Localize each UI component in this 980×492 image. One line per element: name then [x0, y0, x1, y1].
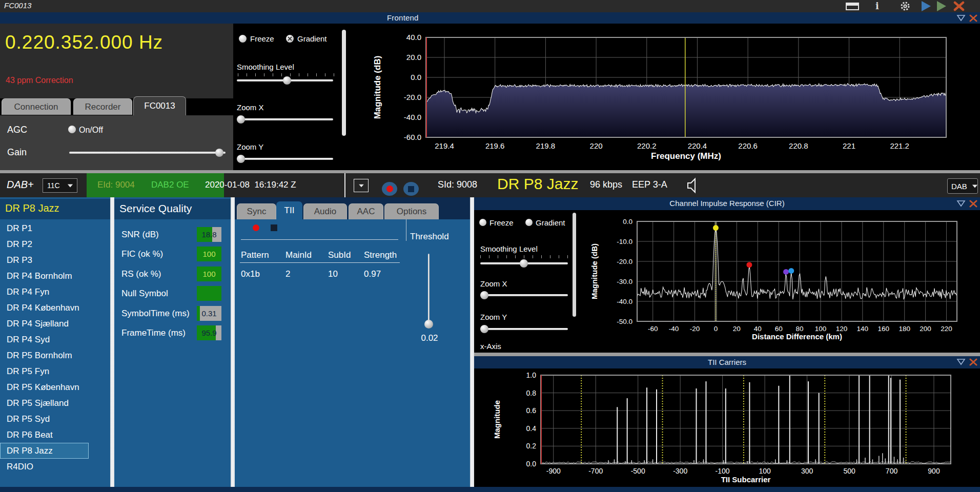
service-list-scrollbar[interactable]: [110, 197, 114, 488]
cir-smoothing-thumb[interactable]: [520, 259, 528, 268]
ensemble-id: EId: 9004: [97, 180, 135, 190]
stop-button[interactable]: [403, 182, 419, 196]
service-item-dr-p4-københavn[interactable]: DR P4 København: [0, 300, 110, 316]
decoder-tab-sync[interactable]: Sync: [237, 203, 276, 219]
tii-record-indicator[interactable]: [253, 224, 259, 231]
svg-text:60: 60: [775, 325, 783, 333]
quality-row: Null Symbol: [114, 284, 231, 304]
service-item-dr-p6-beat[interactable]: DR P6 Beat: [0, 427, 110, 443]
threshold-slider-track[interactable]: [428, 254, 430, 323]
service-item-dr-p8-jazz[interactable]: DR P8 Jazz: [0, 443, 89, 459]
quality-label: Null Symbol: [121, 289, 168, 299]
window-layout-icon[interactable]: [846, 3, 859, 10]
gain-slider-track[interactable]: [69, 152, 226, 154]
spectrum-zoomx-thumb[interactable]: [237, 115, 245, 124]
spectrum-smoothing-label: Smoothing Level: [237, 63, 294, 71]
speaker-mute-icon[interactable]: [686, 177, 701, 194]
channel-dropdown[interactable]: 11C: [43, 178, 77, 193]
service-list-header: DR P8 Jazz: [0, 199, 110, 219]
info-icon[interactable]: i: [875, 1, 879, 11]
cir-zoomy-track[interactable]: [480, 328, 568, 330]
decoder-tab-options[interactable]: Options: [384, 203, 439, 219]
frontend-tab-fc0013[interactable]: FC0013: [133, 96, 186, 115]
spectrum-zoomx-track[interactable]: [237, 118, 333, 120]
svg-text:900: 900: [928, 467, 940, 475]
quality-value-badge: 100: [197, 266, 221, 281]
spectrum-zoomy-thumb[interactable]: [237, 155, 245, 163]
cir-zoomx-track[interactable]: [480, 294, 568, 296]
service-item-dr-p4-sjælland[interactable]: DR P4 Sjælland: [0, 316, 110, 332]
record-options-caret-icon: [359, 184, 364, 187]
agc-radio[interactable]: [68, 126, 76, 133]
spectrum-freeze-radio[interactable]: [239, 35, 247, 43]
frontend-spectrum-chart[interactable]: 219.4219.6219.8220220.2220.4220.6220.822…: [349, 24, 980, 170]
service-item-dr-p5-fyn[interactable]: DR P5 Fyn: [0, 363, 110, 379]
spectrum-smoothing-thumb[interactable]: [283, 76, 291, 85]
service-item-dr-p5-sjælland[interactable]: DR P5 Sjælland: [0, 395, 110, 411]
cir-horizontal-scrollbar[interactable]: [474, 353, 980, 356]
output-mode-dropdown[interactable]: DAB: [947, 178, 978, 194]
record-options-dropdown[interactable]: [354, 179, 369, 192]
svg-text:-500: -500: [631, 467, 645, 475]
decoder-tab-aac[interactable]: AAC: [349, 203, 383, 219]
play-secondary-button[interactable]: [937, 1, 946, 11]
cir-collapse-icon[interactable]: [956, 200, 966, 208]
play-button[interactable]: [922, 1, 931, 11]
record-button[interactable]: [382, 182, 397, 196]
cir-controls-scrollbar[interactable]: [573, 213, 576, 317]
decoder-tab-audio[interactable]: Audio: [303, 203, 347, 219]
tii-carriers-collapse-icon[interactable]: [956, 358, 966, 366]
service-item-dr-p1[interactable]: DR P1: [0, 220, 110, 236]
threshold-slider-thumb[interactable]: [424, 320, 433, 329]
quality-label: FIC (ok %): [121, 249, 163, 259]
frontend-tab-connection[interactable]: Connection: [2, 98, 71, 115]
service-item-dr-p5-bornholm[interactable]: DR P5 Bornholm: [0, 347, 110, 363]
ensemble-name: DAB2 OE: [151, 180, 189, 190]
svg-text:219.6: 219.6: [485, 141, 505, 150]
tii-cell[interactable]: 0x1b: [241, 269, 260, 279]
service-protection: EEP 3-A: [632, 179, 667, 190]
decoder-tab-tii[interactable]: TII: [276, 201, 302, 219]
settings-gear-icon[interactable]: [900, 1, 911, 12]
svg-text:0.0: 0.0: [526, 460, 537, 468]
tii-cell[interactable]: 2: [285, 269, 290, 279]
agc-radio-label: On/Off: [79, 126, 103, 135]
tii_carriers-svg: -900-700-500-300-1001003005007009001.00.…: [474, 368, 980, 492]
frontend-tab-recorder[interactable]: Recorder: [73, 98, 132, 115]
svg-text:Distance Difference (km): Distance Difference (km): [752, 332, 842, 341]
service-item-dr-p5-syd[interactable]: DR P5 Syd: [0, 411, 110, 427]
cir-freeze-radio[interactable]: [479, 219, 486, 226]
svg-text:221: 221: [843, 141, 855, 150]
cir-gradient-radio[interactable]: [525, 219, 533, 226]
spectrum-gradient-radio[interactable]: [286, 35, 294, 43]
tii-stop-indicator[interactable]: [271, 224, 277, 231]
spectrum-controls-scrollbar[interactable]: [342, 30, 346, 136]
gain-slider-thumb[interactable]: [215, 149, 223, 157]
svg-text:160: 160: [878, 325, 890, 333]
spectrum-zoomy-track[interactable]: [237, 158, 333, 160]
quality-value-badge: [197, 286, 221, 301]
decoder-panel: SyncTIIAudioAACOptions PatternMainIdSubI…: [235, 197, 470, 488]
svg-text:Magnitude: Magnitude: [493, 400, 501, 439]
frontend-collapse-icon[interactable]: [956, 14, 966, 22]
output-mode-caret-icon: [972, 184, 977, 188]
close-window-icon[interactable]: [953, 1, 965, 11]
frontend-close-icon[interactable]: [969, 14, 977, 22]
service-item-dr-p5-københavn[interactable]: DR P5 København: [0, 379, 110, 395]
service-item-dr-p4-fyn[interactable]: DR P4 Fyn: [0, 284, 110, 300]
cir-close-icon[interactable]: [969, 200, 977, 208]
svg-text:0.0: 0.0: [623, 218, 632, 225]
svg-text:0.6: 0.6: [526, 406, 537, 415]
tii-cell[interactable]: 10: [328, 269, 338, 279]
service-item-dr-p2[interactable]: DR P2: [0, 236, 110, 252]
service-item-dr-p4-bornholm[interactable]: DR P4 Bornholm: [0, 268, 110, 284]
cir-zoomy-thumb[interactable]: [480, 325, 488, 333]
tii-cell[interactable]: 0.97: [364, 269, 381, 279]
tii-carriers-close-icon[interactable]: [969, 358, 977, 366]
service-item-dr-p3[interactable]: DR P3: [0, 252, 110, 268]
cir-zoomx-thumb[interactable]: [480, 291, 488, 299]
service-item-dr-p4-syd[interactable]: DR P4 Syd: [0, 332, 110, 347]
svg-text:219.4: 219.4: [435, 141, 454, 150]
service-item-r4dio[interactable]: R4DIO: [0, 459, 110, 475]
decoder-tab-strip: SyncTIIAudioAACOptions: [235, 197, 470, 219]
